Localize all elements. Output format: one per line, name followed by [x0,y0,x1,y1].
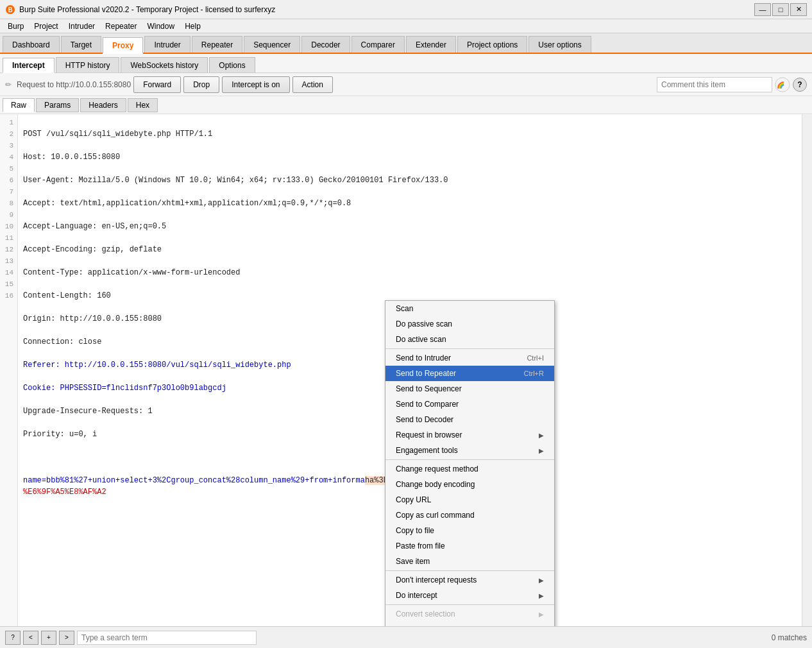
tab-proxy[interactable]: Proxy [103,37,143,54]
menu-repeater[interactable]: Repeater [100,21,142,32]
editor-tab-raw[interactable]: Raw [3,98,35,112]
tab-intruder[interactable]: Intruder [144,36,190,53]
intercept-toolbar: ✏ Request to http://10.0.0.155:8080 Forw… [0,73,812,96]
pencil-icon: ✏ [5,80,12,89]
burp-logo-icon: 🌈 [775,77,790,92]
titlebar-title: Burp Suite Professional v2020.2 - Tempor… [19,5,275,14]
ctx-engagement-tools[interactable]: Engagement tools▶ [385,443,554,458]
tab-sequencer[interactable]: Sequencer [244,36,300,53]
menu-help[interactable]: Help [180,21,206,32]
next-button[interactable]: > [59,631,74,645]
tab-dashboard[interactable]: Dashboard [3,36,60,53]
editor-tab-hex[interactable]: Hex [128,98,158,112]
menu-window[interactable]: Window [142,21,180,32]
forward-button[interactable]: Forward [133,76,181,93]
editor-tab-headers[interactable]: Headers [80,98,126,112]
prev-button[interactable]: < [23,631,38,645]
comment-input[interactable] [657,77,772,92]
ctx-active-scan[interactable]: Do active scan [385,332,554,347]
ctx-send-intruder[interactable]: Send to IntruderCtrl+I [385,350,554,366]
tab-target[interactable]: Target [61,36,101,53]
titlebar: B Burp Suite Professional v2020.2 - Temp… [0,0,812,19]
close-button[interactable]: ✕ [790,3,807,16]
ctx-url-encode[interactable]: URL-encode as you type [385,622,554,626]
svg-text:🌈: 🌈 [777,81,785,89]
tab-user-options[interactable]: User options [529,36,591,53]
add-button[interactable]: + [41,631,56,645]
tab-decoder[interactable]: Decoder [301,36,350,53]
subtab-options[interactable]: Options [209,57,255,72]
subtab-websockets-history[interactable]: WebSockets history [121,57,208,72]
ctx-sep-3 [385,570,554,571]
svg-text:B: B [8,6,12,13]
ctx-do-intercept[interactable]: Do intercept▶ [385,588,554,603]
vertical-scrollbar[interactable] [802,114,812,626]
ctx-change-method[interactable]: Change request method [385,461,554,477]
ctx-dont-intercept[interactable]: Don't intercept requests▶ [385,572,554,588]
ctx-save-item[interactable]: Save item [385,554,554,569]
help-button[interactable]: ? [5,631,21,645]
code-line-4: Accept: text/html,application/xhtml+xml,… [23,198,797,209]
menu-project[interactable]: Project [29,21,63,32]
ctx-sep-1 [385,348,554,349]
tab-extender[interactable]: Extender [406,36,456,53]
ctx-send-comparer[interactable]: Send to Comparer [385,396,554,412]
ctx-copy-curl[interactable]: Copy as curl command [385,507,554,523]
ctx-convert-selection: Convert selection▶ [385,606,554,622]
help-icon[interactable]: ? [793,78,807,92]
ctx-scan[interactable]: Scan [385,301,554,316]
maximize-button[interactable]: □ [772,3,789,16]
matches-badge: 0 matches [772,633,807,642]
code-line-5: Accept-Language: en-US,en;q=0.5 [23,221,797,232]
code-line-6: Accept-Encoding: gzip, deflate [23,244,797,255]
ctx-copy-file[interactable]: Copy to file [385,523,554,538]
ctx-request-browser[interactable]: Request in browser▶ [385,427,554,443]
menu-burp[interactable]: Burp [3,21,29,32]
ctx-sep-4 [385,604,554,605]
ctx-passive-scan[interactable]: Do passive scan [385,316,554,332]
context-menu: Scan Do passive scan Do active scan Send… [385,300,555,626]
ctx-sep-2 [385,459,554,460]
sub-tab-bar: Intercept HTTP history WebSockets histor… [0,54,812,73]
ctx-paste-file[interactable]: Paste from file [385,538,554,554]
ctx-send-decoder[interactable]: Send to Decoder [385,412,554,427]
ctx-change-encoding[interactable]: Change body encoding [385,477,554,492]
menu-intruder[interactable]: Intruder [63,21,100,32]
code-line-2: Host: 10.0.0.155:8080 [23,151,797,163]
editor-tab-params[interactable]: Params [36,98,79,112]
action-button[interactable]: Action [292,76,333,93]
ctx-send-repeater[interactable]: Send to RepeaterCtrl+R [385,366,554,381]
tab-repeater[interactable]: Repeater [192,36,242,53]
line-numbers: 12345 678910 1112131415 16 [0,114,18,626]
tab-comparer[interactable]: Comparer [351,36,405,53]
search-input[interactable] [77,631,257,645]
request-label: Request to http://10.0.0.155:8080 [17,80,131,89]
app-window: B Burp Suite Professional v2020.2 - Temp… [0,0,812,648]
code-line-1: POST /vul/sqli/sqli_widebyte.php HTTP/1.… [23,128,797,140]
minimize-button[interactable]: — [754,3,771,16]
top-tab-bar: Dashboard Target Proxy Intruder Repeater… [0,33,812,54]
editor-tab-bar: Raw Params Headers Hex [0,96,812,114]
content-area: 12345 678910 1112131415 16 POST /vul/sql… [0,114,812,626]
code-line-3: User-Agent: Mozilla/5.0 (Windows NT 10.0… [23,175,797,186]
ctx-copy-url[interactable]: Copy URL [385,492,554,507]
bottom-bar: ? < + > 0 matches [0,626,812,648]
subtab-http-history[interactable]: HTTP history [56,57,120,72]
app-icon: B [5,4,15,15]
code-line-7: Content-Type: application/x-www-form-url… [23,267,797,278]
subtab-intercept[interactable]: Intercept [3,58,55,73]
tab-project-options[interactable]: Project options [457,36,527,53]
menubar: Burp Project Intruder Repeater Window He… [0,19,812,33]
drop-button[interactable]: Drop [183,76,219,93]
intercept-toggle-button[interactable]: Intercept is on [222,76,289,93]
ctx-send-sequencer[interactable]: Send to Sequencer [385,381,554,396]
